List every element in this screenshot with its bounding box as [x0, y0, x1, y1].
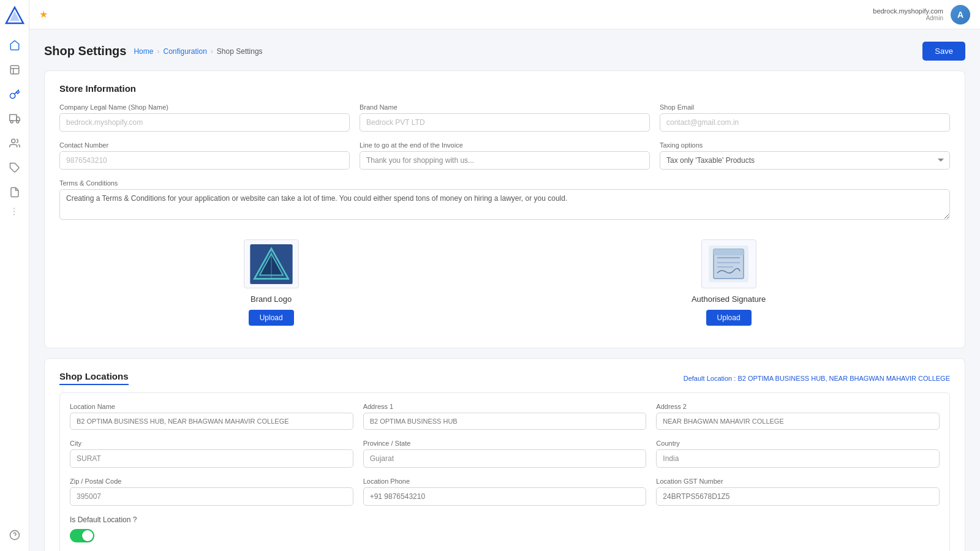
main-area: ★ bedrock.myshopify.com Admin A Shop Set… [29, 0, 980, 551]
terms-textarea[interactable]: Creating a Terms & Conditions for your a… [59, 189, 950, 220]
city-group: City [70, 440, 353, 468]
brand-logo-upload-button[interactable]: Upload [249, 310, 294, 326]
address2-input[interactable] [656, 413, 940, 430]
brand-logo-preview [244, 239, 299, 288]
zip-group: Zip / Postal Code [70, 478, 353, 506]
state-label: Province / State [363, 440, 647, 447]
svg-point-7 [10, 121, 13, 123]
breadcrumb-current: Shop Settings [217, 47, 263, 56]
breadcrumb-home[interactable]: Home [134, 47, 153, 56]
location-row-2: City Province / State Country [70, 440, 940, 468]
sidebar-more[interactable]: ··· [8, 207, 21, 216]
favorite-icon[interactable]: ★ [39, 9, 48, 20]
default-location-label: Default Location : [684, 375, 736, 382]
default-location-toggle-wrapper: Is Default Location ? [70, 515, 940, 524]
gst-input[interactable] [656, 487, 940, 506]
user-info: bedrock.myshopify.com Admin [873, 7, 943, 21]
breadcrumb-sep-2: › [211, 47, 213, 56]
toggle-area [70, 529, 940, 542]
user-email: bedrock.myshopify.com [873, 7, 943, 15]
page-title-area: Shop Settings Home › Configuration › Sho… [44, 44, 263, 58]
invoice-line-group: Line to go at the end of the Invoice [360, 141, 650, 170]
country-group: Country [656, 440, 940, 468]
default-location-toggle[interactable] [70, 529, 94, 542]
store-information-card: Store Information Company Legal Name (Sh… [44, 70, 965, 348]
state-group: Province / State [363, 440, 647, 468]
shop-email-label: Shop Email [660, 103, 950, 111]
app-logo[interactable] [5, 6, 24, 26]
shop-locations-card: Shop Locations Default Location : B2 OPT… [44, 358, 965, 551]
authorised-signature-preview [701, 239, 756, 288]
svg-rect-2 [10, 66, 19, 74]
sidebar-item-documents[interactable] [5, 182, 24, 202]
avatar[interactable]: A [951, 5, 970, 24]
location-name-label: Location Name [70, 403, 353, 410]
contact-number-group: Contact Number [59, 141, 350, 170]
contact-number-label: Contact Number [59, 141, 350, 149]
taxing-label: Taxing options [660, 141, 950, 149]
terms-group: Terms & Conditions Creating a Terms & Co… [59, 179, 950, 220]
authorised-signature-upload-button[interactable]: Upload [706, 310, 752, 326]
sidebar-item-help[interactable] [5, 525, 24, 545]
svg-point-8 [17, 121, 19, 123]
phone-group: Location Phone [363, 478, 647, 506]
state-input[interactable] [363, 449, 647, 468]
company-name-label: Company Legal Name (Shop Name) [59, 103, 350, 111]
store-info-title: Store Information [59, 83, 950, 94]
breadcrumb: Home › Configuration › Shop Settings [134, 47, 262, 56]
default-location-info: Default Location : B2 OPTIMA BUSINESS HU… [684, 375, 950, 382]
taxing-select[interactable]: Tax only 'Taxable' Products [660, 151, 950, 170]
svg-point-9 [11, 139, 15, 143]
location-name-group: Location Name [70, 403, 353, 430]
location-name-input[interactable] [70, 413, 353, 430]
zip-label: Zip / Postal Code [70, 478, 353, 485]
svg-marker-6 [17, 117, 20, 121]
form-row-2: Contact Number Line to go at the end of … [59, 141, 950, 170]
address2-group: Address 2 [656, 403, 940, 430]
invoice-line-input[interactable] [360, 151, 650, 170]
sidebar-item-people[interactable] [5, 133, 24, 153]
sidebar-item-settings[interactable] [5, 84, 24, 104]
address1-group: Address 1 [363, 403, 647, 430]
taxing-group: Taxing options Tax only 'Taxable' Produc… [660, 141, 950, 170]
location-row-3: Zip / Postal Code Location Phone Locatio… [70, 478, 940, 506]
shop-locations-header: Shop Locations Default Location : B2 OPT… [59, 371, 950, 385]
sidebar-item-orders[interactable] [5, 60, 24, 80]
city-label: City [70, 440, 353, 447]
brand-logo-item: Brand Logo Upload [244, 239, 299, 326]
brand-name-label: Brand Name [360, 103, 650, 111]
sidebar: ··· [0, 0, 29, 551]
company-name-input[interactable] [59, 113, 350, 132]
toggle-knob [82, 530, 93, 541]
sidebar-item-tags[interactable] [5, 158, 24, 178]
breadcrumb-configuration[interactable]: Configuration [163, 47, 206, 56]
shop-email-input[interactable] [660, 113, 950, 132]
company-name-group: Company Legal Name (Shop Name) [59, 103, 350, 132]
form-row-1: Company Legal Name (Shop Name) Brand Nam… [59, 103, 950, 132]
save-button[interactable]: Save [922, 42, 965, 61]
invoice-line-label: Line to go at the end of the Invoice [360, 141, 650, 149]
country-input[interactable] [656, 449, 940, 468]
address1-input[interactable] [363, 413, 647, 430]
contact-number-input[interactable] [59, 151, 350, 170]
zip-input[interactable] [70, 487, 353, 506]
user-role: Admin [926, 15, 943, 21]
terms-label: Terms & Conditions [59, 179, 950, 187]
address2-label: Address 2 [656, 403, 940, 410]
top-header: ★ bedrock.myshopify.com Admin A [29, 0, 980, 29]
authorised-signature-item: Authorised Signature Upload [692, 239, 766, 326]
svg-rect-24 [714, 249, 744, 255]
sidebar-item-home[interactable] [5, 36, 24, 55]
location-row-1: Location Name Address 1 Address 2 [70, 403, 940, 430]
brand-name-input[interactable] [360, 113, 650, 132]
page-title: Shop Settings [44, 44, 126, 58]
address1-label: Address 1 [363, 403, 647, 410]
phone-input[interactable] [363, 487, 647, 506]
brand-logo-label: Brand Logo [251, 294, 292, 304]
page-header: Shop Settings Home › Configuration › Sho… [44, 42, 965, 61]
city-input[interactable] [70, 449, 353, 468]
sidebar-item-delivery[interactable] [5, 109, 24, 129]
gst-label: Location GST Number [656, 478, 940, 485]
gst-group: Location GST Number [656, 478, 940, 506]
upload-section: Brand Logo Upload [59, 230, 950, 335]
